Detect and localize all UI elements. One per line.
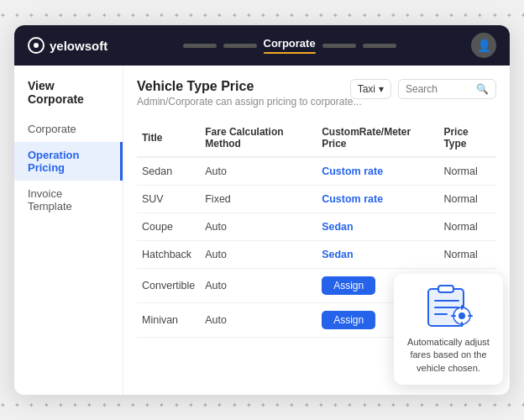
navbar: yelowsoft Corporate 👤	[14, 25, 510, 66]
sedan-link-2[interactable]: Sedan	[322, 221, 354, 233]
assign-button-5[interactable]: Assign	[322, 311, 375, 329]
sidebar: View Corporate Corporate Operation Prici…	[14, 66, 123, 395]
user-avatar[interactable]: 👤	[471, 33, 496, 58]
cell-title-0: Sedan	[137, 157, 200, 186]
sidebar-item-invoice-template[interactable]: Invoice Template	[14, 181, 123, 219]
cell-rate-3: Sedan	[317, 241, 438, 269]
sidebar-header: View Corporate	[14, 79, 123, 116]
table-row: CoupeAutoSedanNormal	[137, 213, 496, 241]
custom-rate-link-0[interactable]: Custom rate	[322, 165, 383, 177]
cell-price-type-2: Normal	[438, 213, 496, 241]
main-content: Vehicle Type Price Admin/Corporate can a…	[123, 66, 510, 395]
sidebar-item-corporate[interactable]: Corporate	[14, 116, 123, 142]
table-row: HatchbackAutoSedanNormal	[137, 241, 496, 269]
nav-pill-5[interactable]	[363, 44, 396, 48]
cell-method-5: Auto	[200, 303, 317, 338]
col-title: Title	[137, 119, 200, 157]
col-fare-method: Fare Calculation Method	[200, 119, 317, 157]
cell-title-4: Convertible	[137, 269, 200, 303]
search-icon[interactable]: 🔍	[476, 83, 489, 95]
main-window: yelowsoft Corporate 👤 View Corporate	[14, 25, 510, 395]
cell-method-3: Auto	[200, 241, 317, 269]
card-description: Automatically adjust fares based on the …	[404, 336, 493, 375]
cell-rate-0: Custom rate	[317, 157, 438, 186]
cell-method-4: Auto	[200, 269, 317, 303]
sidebar-label-operation-pricing: Operation Pricing	[28, 149, 79, 174]
cell-title-5: Minivan	[137, 303, 200, 338]
nav-pill-2[interactable]	[223, 44, 257, 48]
search-input[interactable]	[406, 83, 473, 95]
avatar-icon: 👤	[477, 39, 491, 52]
dots-bottom-text: ✦ ✦ ✦ ✦ ✦ ✦ ✦ ✦ ✦ ✦ ✦ ✦ ✦ ✦ ✦ ✦ ✦ ✦ ✦ ✦ …	[0, 402, 524, 409]
cell-title-2: Coupe	[137, 213, 200, 241]
nav-tab-corporate[interactable]: Corporate	[264, 37, 316, 54]
cell-price-type-1: Normal	[438, 186, 496, 213]
active-tab-label: Corporate	[264, 37, 316, 50]
nav-pill-4[interactable]	[322, 44, 356, 48]
sidebar-label-invoice-template: Invoice Template	[28, 187, 72, 213]
cell-title-3: Hatchback	[137, 241, 200, 269]
table-row: SedanAutoCustom rateNormal	[137, 157, 496, 186]
brand-name: yelowsoft	[50, 39, 107, 53]
logo-dot	[34, 43, 39, 48]
taxi-dropdown[interactable]: Taxi ▾	[350, 79, 391, 99]
card-icon	[422, 284, 475, 329]
svg-point-6	[458, 312, 465, 319]
assign-button-4[interactable]: Assign	[322, 276, 375, 295]
sedan-link-3[interactable]: Sedan	[322, 249, 354, 260]
nav-pill-1[interactable]	[183, 44, 217, 48]
body: View Corporate Corporate Operation Prici…	[14, 66, 510, 395]
chevron-down-icon: ▾	[379, 83, 384, 95]
col-custom-rate: CustomRate/Meter Price	[317, 119, 438, 157]
cell-method-0: Auto	[200, 157, 317, 186]
logo-icon	[28, 37, 45, 54]
filter-bar: Taxi ▾ 🔍	[350, 79, 496, 99]
table-header-row: Title Fare Calculation Method CustomRate…	[137, 119, 496, 157]
dots-text: ✦ ✦ ✦ ✦ ✦ ✦ ✦ ✦ ✦ ✦ ✦ ✦ ✦ ✦ ✦ ✦ ✦ ✦ ✦ ✦ …	[0, 12, 524, 19]
floating-card: Automatically adjust fares based on the …	[394, 274, 503, 385]
dropdown-value: Taxi	[358, 83, 375, 95]
table-row: SUVFixedCustom rateNormal	[137, 186, 496, 213]
navbar-tabs: Corporate	[107, 37, 471, 54]
cell-method-1: Fixed	[200, 186, 317, 213]
col-price-type: Price Type	[438, 119, 496, 157]
cell-method-2: Auto	[200, 213, 317, 241]
custom-rate-link-1[interactable]: Custom rate	[322, 193, 383, 205]
cell-price-type-0: Normal	[438, 157, 496, 186]
search-box: 🔍	[398, 79, 496, 99]
tab-underline	[264, 52, 316, 54]
cell-title-1: SUV	[137, 186, 200, 213]
cell-price-type-3: Normal	[438, 241, 496, 269]
cell-rate-2: Sedan	[317, 213, 438, 241]
cell-rate-1: Custom rate	[317, 186, 438, 213]
sidebar-label-corporate: Corporate	[28, 123, 76, 135]
sidebar-item-operation-pricing[interactable]: Operation Pricing	[14, 142, 123, 181]
svg-rect-1	[438, 286, 453, 292]
logo: yelowsoft	[28, 37, 107, 54]
